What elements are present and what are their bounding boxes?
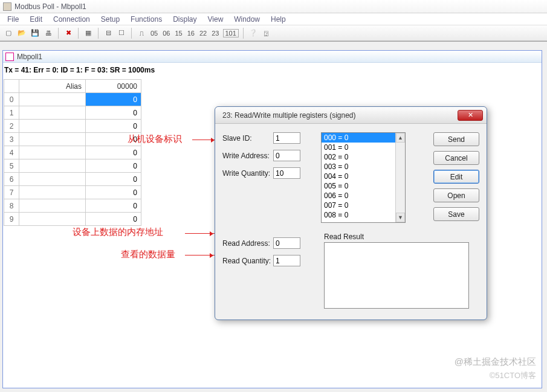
table-row[interactable]: 10 bbox=[4, 106, 141, 120]
menu-setup[interactable]: Setup bbox=[96, 14, 125, 25]
table-row[interactable]: 90 bbox=[4, 213, 141, 226]
value-cell[interactable]: 0 bbox=[86, 159, 141, 173]
cancel-button[interactable]: Cancel bbox=[433, 151, 479, 165]
listbox-scrollbar[interactable]: ▲ ▼ bbox=[395, 133, 405, 222]
slave-id-label: Slave ID: bbox=[222, 134, 273, 143]
table-row[interactable]: 20 bbox=[4, 120, 141, 133]
value-cell[interactable]: 0 bbox=[86, 93, 141, 106]
alias-cell[interactable] bbox=[19, 213, 86, 226]
pulse-icon[interactable]: ⎍ bbox=[136, 28, 147, 39]
write-quantity-label: Write Quantity: bbox=[222, 169, 273, 178]
slave-id-input[interactable] bbox=[273, 132, 300, 144]
list-item[interactable]: 002 = 0 bbox=[322, 152, 405, 162]
close-button[interactable]: ✕ bbox=[458, 110, 483, 121]
menu-display[interactable]: Display bbox=[168, 14, 201, 25]
alias-cell[interactable] bbox=[19, 186, 86, 199]
list-item[interactable]: 008 = 0 bbox=[322, 210, 405, 220]
delete-icon[interactable]: ✖ bbox=[63, 28, 74, 39]
dialog-titlebar[interactable]: 23: Read/Write multiple registers (signe… bbox=[215, 107, 487, 124]
table-row[interactable]: 80 bbox=[4, 199, 141, 213]
watermark-juejin: @稀土掘金技术社区 bbox=[455, 356, 536, 368]
value-cell[interactable]: 0 bbox=[86, 186, 141, 199]
col0-header: 00000 bbox=[86, 80, 141, 93]
read-address-input[interactable] bbox=[273, 237, 300, 249]
save-icon[interactable]: 💾 bbox=[30, 28, 40, 39]
list-item[interactable]: 005 = 0 bbox=[322, 181, 405, 191]
tb-06[interactable]: 06 bbox=[161, 30, 171, 37]
list-item[interactable]: 004 = 0 bbox=[322, 172, 405, 181]
row-index: 1 bbox=[4, 106, 19, 120]
value-cell[interactable]: 0 bbox=[86, 213, 141, 226]
watermark-51cto: ©51CTO博客 bbox=[490, 370, 536, 381]
table-row[interactable]: 30 bbox=[4, 133, 141, 146]
list-item[interactable]: 006 = 0 bbox=[322, 191, 405, 201]
open-icon[interactable]: 📂 bbox=[16, 28, 27, 39]
value-cell[interactable]: 0 bbox=[86, 173, 141, 186]
list-item[interactable]: 000 = 0 bbox=[322, 133, 405, 143]
alias-cell[interactable] bbox=[19, 199, 86, 213]
tb-101[interactable]: 101 bbox=[223, 29, 239, 37]
print-icon[interactable]: 🖶 bbox=[43, 28, 54, 39]
tb-15[interactable]: 15 bbox=[174, 30, 184, 37]
menu-window[interactable]: Window bbox=[229, 14, 265, 25]
document-titlebar[interactable]: Mbpoll1 bbox=[3, 51, 542, 63]
tb-16[interactable]: 16 bbox=[186, 30, 196, 37]
table-row[interactable]: 40 bbox=[4, 146, 141, 159]
value-cell[interactable]: 0 bbox=[86, 146, 141, 159]
value-cell[interactable]: 0 bbox=[86, 199, 141, 213]
menu-edit[interactable]: Edit bbox=[25, 14, 47, 25]
new-icon[interactable]: ▢ bbox=[3, 28, 14, 39]
write-quantity-input[interactable] bbox=[273, 167, 300, 179]
alias-cell[interactable] bbox=[19, 133, 86, 146]
list-item[interactable]: 003 = 0 bbox=[322, 162, 405, 172]
status-line: Tx = 41: Err = 0: ID = 1: F = 03: SR = 1… bbox=[3, 63, 542, 79]
row-index: 4 bbox=[4, 146, 19, 159]
register-listbox[interactable]: 000 = 0001 = 0002 = 0003 = 0004 = 0005 =… bbox=[321, 132, 406, 223]
edit-button[interactable]: Edit bbox=[433, 170, 479, 184]
value-cell[interactable]: 0 bbox=[86, 133, 141, 146]
help-icon[interactable]: ❔ bbox=[248, 28, 259, 39]
read-result-label: Read Result bbox=[324, 233, 364, 241]
app-title: Modbus Poll - Mbpoll1 bbox=[15, 2, 86, 11]
tb-05[interactable]: 05 bbox=[149, 30, 159, 37]
whatsthis-icon[interactable]: ⍰ bbox=[261, 28, 272, 39]
send-button[interactable]: Send bbox=[433, 132, 479, 146]
menu-help[interactable]: Help bbox=[266, 14, 291, 25]
menu-view[interactable]: View bbox=[203, 14, 228, 25]
menu-functions[interactable]: Functions bbox=[126, 14, 167, 25]
tool3-icon[interactable]: ☐ bbox=[116, 28, 127, 39]
write-address-input[interactable] bbox=[273, 150, 300, 161]
toolbar: ▢ 📂 💾 🖶 ✖ ▦ ⊟ ☐ ⎍ 05 06 15 16 22 23 101 … bbox=[0, 25, 547, 41]
value-cell[interactable]: 0 bbox=[86, 120, 141, 133]
menu-connection[interactable]: Connection bbox=[48, 14, 95, 25]
alias-cell[interactable] bbox=[19, 120, 86, 133]
scroll-up-icon[interactable]: ▲ bbox=[396, 133, 405, 143]
annotation-readaddr-arrow bbox=[185, 233, 215, 234]
scroll-down-icon[interactable]: ▼ bbox=[396, 213, 405, 222]
tool1-icon[interactable]: ▦ bbox=[83, 28, 94, 39]
write-address-label: Write Address: bbox=[222, 152, 273, 160]
row-index: 3 bbox=[4, 133, 19, 146]
open-button[interactable]: Open bbox=[433, 188, 479, 202]
alias-cell[interactable] bbox=[19, 173, 86, 186]
table-row[interactable]: 70 bbox=[4, 186, 141, 199]
save-button[interactable]: Save bbox=[433, 207, 479, 221]
document-title: Mbpoll1 bbox=[17, 53, 42, 61]
read-quantity-input[interactable] bbox=[273, 255, 300, 266]
list-item[interactable]: 001 = 0 bbox=[322, 143, 405, 152]
value-cell[interactable]: 0 bbox=[86, 106, 141, 120]
tool2-icon[interactable]: ⊟ bbox=[103, 28, 114, 39]
app-titlebar: Modbus Poll - Mbpoll1 bbox=[0, 0, 547, 13]
alias-cell[interactable] bbox=[19, 93, 86, 106]
tb-22[interactable]: 22 bbox=[198, 30, 208, 37]
alias-cell[interactable] bbox=[19, 146, 86, 159]
tb-23[interactable]: 23 bbox=[210, 30, 220, 37]
table-row[interactable]: 60 bbox=[4, 173, 141, 186]
table-row[interactable]: 50 bbox=[4, 159, 141, 173]
list-item[interactable]: 007 = 0 bbox=[322, 201, 405, 210]
alias-cell[interactable] bbox=[19, 106, 86, 120]
menu-file[interactable]: File bbox=[2, 14, 24, 25]
annotation-slave-arrow bbox=[192, 140, 216, 140]
table-row[interactable]: 00 bbox=[4, 93, 141, 106]
alias-cell[interactable] bbox=[19, 159, 86, 173]
